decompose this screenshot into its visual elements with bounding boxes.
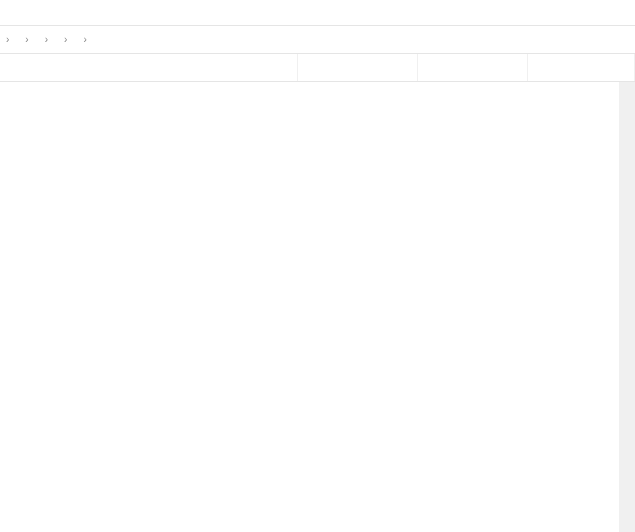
- column-header-type[interactable]: [418, 54, 528, 81]
- column-header-date[interactable]: [298, 54, 418, 81]
- column-headers: [0, 54, 635, 82]
- chevron-right-icon: ›: [62, 34, 69, 45]
- chevron-right-icon: ›: [4, 34, 11, 45]
- chevron-right-icon: ›: [23, 34, 30, 45]
- chevron-right-icon: ›: [43, 34, 50, 45]
- scrollbar[interactable]: [619, 82, 635, 532]
- toolbar: [0, 0, 635, 26]
- column-header-name[interactable]: [0, 54, 298, 81]
- column-header-size[interactable]: [528, 54, 635, 81]
- chevron-right-icon: ›: [81, 34, 88, 45]
- breadcrumb[interactable]: › › › › ›: [0, 26, 635, 54]
